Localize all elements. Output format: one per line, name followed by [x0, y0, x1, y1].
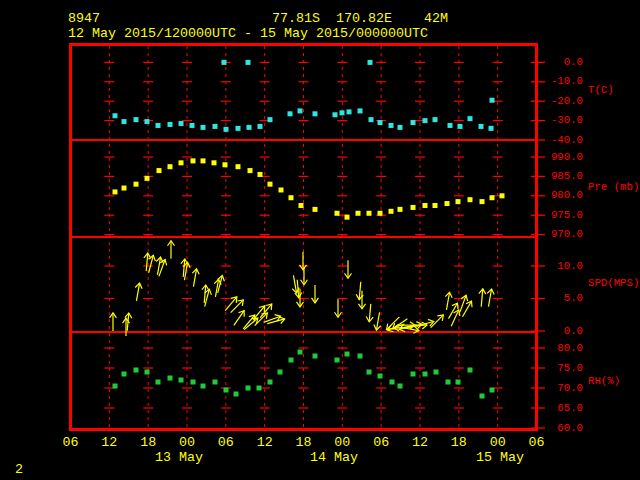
- relative_humidity-tick-label: 70.0: [543, 383, 583, 394]
- pressure-unit-label: Pre (mb): [588, 182, 639, 193]
- pressure-point: [456, 199, 461, 204]
- pressure-point: [134, 182, 139, 187]
- wind-arrow: [300, 252, 307, 270]
- wind_speed-tick-label: 10.0: [543, 261, 583, 272]
- wind_speed-tick-label: 0.0: [543, 326, 583, 337]
- hour-label: 18: [451, 436, 467, 450]
- wind-arrow: [181, 262, 191, 281]
- wind-arrow: [345, 260, 352, 278]
- relative_humidity-point: [367, 370, 372, 375]
- temperature-point: [201, 125, 206, 130]
- temperature-point: [288, 111, 293, 116]
- pressure-tick-label: 990.0: [543, 152, 583, 163]
- wind-arrow: [201, 288, 212, 307]
- hour-label: 06: [373, 436, 389, 450]
- day-label: 15 May: [476, 451, 524, 465]
- wind-arrow: [231, 309, 247, 328]
- relative_humidity-point: [335, 358, 340, 363]
- day-label: 14 May: [310, 451, 358, 465]
- temperature-point: [458, 124, 463, 129]
- relative_humidity-point: [490, 388, 495, 393]
- temperature-point: [258, 124, 263, 129]
- temperature-point: [369, 117, 374, 122]
- hour-label: 00: [490, 436, 506, 450]
- pressure-point: [445, 201, 450, 206]
- wind-arrow: [443, 292, 453, 311]
- relative_humidity-point: [134, 368, 139, 373]
- temperature-point: [340, 110, 345, 115]
- pressure-point: [500, 193, 505, 198]
- relative_humidity-tick-label: 65.0: [543, 403, 583, 414]
- relative_humidity-point: [213, 380, 218, 385]
- temperature-point: [313, 111, 318, 116]
- relative_humidity-point: [201, 384, 206, 389]
- pressure-point: [356, 211, 361, 216]
- temperature-point: [423, 118, 428, 123]
- relative_humidity-point: [246, 386, 251, 391]
- relative_humidity-point: [468, 368, 473, 373]
- temperature-point: [378, 120, 383, 125]
- relative_humidity-point: [145, 370, 150, 375]
- temperature-point: [489, 126, 494, 131]
- relative_humidity-tick-label: 60.0: [543, 423, 583, 434]
- hour-label: 12: [257, 436, 273, 450]
- relative_humidity-point: [423, 372, 428, 377]
- relative_humidity-point: [446, 380, 451, 385]
- temperature-point: [168, 122, 173, 127]
- relative_humidity-point: [179, 378, 184, 383]
- temperature-tick-label: -40.0: [543, 135, 583, 146]
- pressure-point: [480, 199, 485, 204]
- pressure-point: [122, 186, 127, 191]
- wind-arrow: [241, 313, 258, 331]
- wind-arrow: [428, 312, 446, 330]
- temperature-tick-label: -20.0: [543, 96, 583, 107]
- wind_speed-unit-label: SPD(MPS): [588, 278, 639, 289]
- pressure-point: [289, 195, 294, 200]
- hour-label: 06: [218, 436, 234, 450]
- hour-label: 00: [334, 436, 350, 450]
- temperature-point: [358, 108, 363, 113]
- temperature-point: [134, 117, 139, 122]
- temperature-point: [433, 117, 438, 122]
- hour-label: 00: [179, 436, 195, 450]
- pressure-point: [367, 211, 372, 216]
- relative_humidity-point: [358, 354, 363, 359]
- pressure-tick-label: 975.0: [543, 210, 583, 221]
- relative_humidity-point: [398, 384, 403, 389]
- pressure-point: [299, 203, 304, 208]
- relative_humidity-tick-label: 75.0: [543, 363, 583, 374]
- temperature-point: [213, 124, 218, 129]
- pressure-point: [236, 164, 241, 169]
- temperature-point: [222, 60, 227, 65]
- pressure-point: [423, 203, 428, 208]
- temperature-point: [368, 60, 373, 65]
- hour-label: 12: [412, 436, 428, 450]
- pressure-point: [279, 187, 284, 192]
- temperature-point: [145, 119, 150, 124]
- wind-arrow: [190, 268, 200, 287]
- pressure-point: [268, 182, 273, 187]
- pressure-point: [248, 168, 253, 173]
- wind-arrow: [366, 304, 375, 323]
- temperature-point: [268, 117, 273, 122]
- pressure-tick-label: 985.0: [543, 171, 583, 182]
- pressure-tick-label: 980.0: [543, 190, 583, 201]
- hour-label: 18: [140, 436, 156, 450]
- temperature-point: [179, 121, 184, 126]
- temperature-tick-label: -10.0: [543, 76, 583, 87]
- wind-arrow: [301, 267, 308, 285]
- pressure-point: [411, 205, 416, 210]
- relative_humidity-point: [268, 380, 273, 385]
- pressure-point: [490, 195, 495, 200]
- relative_humidity-point: [456, 380, 461, 385]
- relative_humidity-point: [278, 370, 283, 375]
- temperature-point: [490, 98, 495, 103]
- relative_humidity-point: [378, 374, 383, 379]
- wind-arrow: [485, 288, 495, 307]
- wind-arrow: [223, 295, 240, 313]
- temperature-point: [411, 120, 416, 125]
- temperature-point: [468, 116, 473, 121]
- pressure-point: [157, 168, 162, 173]
- pressure-point: [212, 160, 217, 165]
- wind-arrow: [168, 241, 175, 259]
